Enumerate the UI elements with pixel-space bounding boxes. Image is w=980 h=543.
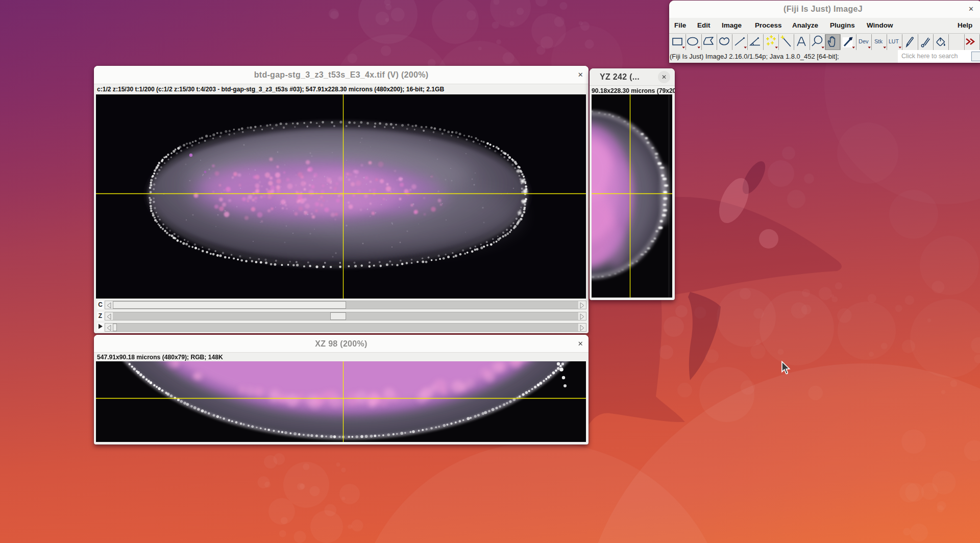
svg-text:LUT: LUT	[889, 38, 899, 44]
svg-text:Dev: Dev	[859, 38, 869, 44]
svg-text:Stk: Stk	[874, 38, 883, 44]
